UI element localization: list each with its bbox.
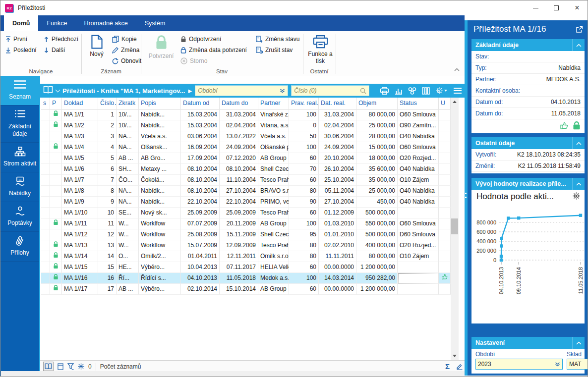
cell-doklad[interactable]: MA 1//4 <box>62 142 98 153</box>
column-header[interactable]: P <box>50 98 62 109</box>
cell-objem[interactable]: 18 000,00 <box>356 153 398 164</box>
table-row[interactable]: MA 1//6 6 SH... Metaxy ... 08.10.2004 08… <box>41 164 451 175</box>
cell-objem[interactable]: 450,00 <box>356 197 398 208</box>
confirm-button[interactable]: Potvrzení <box>149 33 174 69</box>
cell-cislo[interactable]: 1 <box>98 109 117 120</box>
cell-status[interactable] <box>398 208 439 218</box>
collapse-section-button[interactable] <box>573 337 585 349</box>
column-header[interactable]: Číslo3 <box>98 98 117 109</box>
sidebar-item-seznam[interactable]: Seznam <box>0 76 39 106</box>
cell-objem[interactable]: 28 000,00 <box>356 131 398 142</box>
chart-settings-gear-icon[interactable] <box>572 192 581 202</box>
cell-popis[interactable]: Olšansk... <box>139 142 181 153</box>
cell-zkratka[interactable]: W... <box>117 218 139 229</box>
cell-prav-real[interactable]: 80 <box>289 251 319 262</box>
cell-datum-od[interactable]: 03.06.2004 <box>181 131 220 142</box>
cell-prav-real[interactable]: 95 <box>289 229 319 240</box>
cell-zkratka[interactable]: AB ... <box>117 153 139 164</box>
cell-datum-do[interactable]: 25.09.2009 <box>220 208 258 218</box>
cell-cislo[interactable]: 12 <box>98 229 117 240</box>
cell-cislo[interactable]: 7 <box>98 175 117 186</box>
cell-doklad[interactable]: MA 1//14 <box>62 251 98 262</box>
unconfirm-button[interactable]: Odpotvrzení <box>178 34 223 44</box>
cell-partner[interactable]: Shell Czech... <box>258 164 289 175</box>
cell-datum-od[interactable]: 04.10.2013 <box>181 273 220 284</box>
cell-status[interactable]: O40 Nabídka <box>398 164 439 175</box>
scrollbar-thumb[interactable] <box>451 218 458 234</box>
cell-datum-od[interactable]: 25.08.2009 <box>181 229 220 240</box>
scroll-down-button[interactable] <box>451 352 459 360</box>
cell-prav-real[interactable]: 90 <box>289 197 319 208</box>
table-row[interactable]: MA 1//8 8 NA... Nabídk... 08.10.2004 27.… <box>41 186 451 197</box>
column-header[interactable]: U <box>439 98 451 109</box>
cell-prav-real[interactable]: 70 <box>289 164 319 175</box>
cell-zkratka[interactable]: NA... <box>117 142 139 153</box>
cell-status[interactable]: O10 Zájem <box>398 251 439 262</box>
cell-doklad[interactable]: MA 1//15 <box>62 262 98 273</box>
cell-datum-do[interactable]: 13.07.2022 <box>220 131 258 142</box>
cell-prav-real[interactable]: 60 <box>289 208 319 218</box>
cell-doklad[interactable]: MA 1//16 <box>62 273 98 284</box>
previous-button[interactable]: Předchozí <box>42 34 80 44</box>
sum-button[interactable]: Σ <box>445 362 450 371</box>
cell-doklad[interactable]: MA 1//13 <box>62 240 98 251</box>
cell-datum-do[interactable]: 11.05.2018 <box>220 273 258 284</box>
cell-zkratka[interactable]: HE... <box>117 262 139 273</box>
cell-objem[interactable]: 25 000,00 <box>356 120 398 131</box>
cell-prav-real[interactable]: 100 <box>289 142 319 153</box>
cell-datum-od[interactable]: 10.04.2013 <box>181 262 220 273</box>
period-input[interactable] <box>198 87 278 94</box>
frozen-rows-icon[interactable] <box>78 363 84 370</box>
cell-dat-real[interactable]: 11.11.2011 <box>319 251 356 262</box>
cell-cislo[interactable]: 14 <box>98 251 117 262</box>
cell-partner[interactable]: AB Group <box>258 218 289 229</box>
cell-status[interactable]: O90 Zamítn... <box>398 120 439 131</box>
cell-popis[interactable]: Omilk/2... <box>139 251 181 262</box>
cell-zkratka[interactable]: ČO... <box>117 175 139 186</box>
collapse-section-button[interactable] <box>573 137 585 149</box>
revoke-state-button[interactable]: Zrušit stav <box>254 45 294 55</box>
cell-prav-real[interactable]: 50 <box>289 131 319 142</box>
cell-datum-do[interactable]: 07.11.2017 <box>220 262 258 273</box>
cell-dat-real[interactable]: 26.10.2004 <box>319 164 356 175</box>
next-button[interactable]: Další <box>42 45 67 55</box>
cell-datum-od[interactable]: 15.03.2004 <box>181 109 220 120</box>
combo-dropdown-icon[interactable] <box>280 89 285 93</box>
cell-cislo[interactable]: 2 <box>98 120 117 131</box>
table-row[interactable]: MA 1//12 12 W... Worklfow 25.08.2009 15.… <box>41 229 451 240</box>
cell-status[interactable]: O40 Nabídka <box>398 186 439 197</box>
ribbon-tab[interactable]: Systém <box>136 15 174 31</box>
open-in-window-icon[interactable] <box>576 26 583 35</box>
column-header[interactable]: Dat. real. <box>319 98 356 109</box>
cell-objem[interactable]: 25 000,00 <box>356 186 398 197</box>
cell-dat-real[interactable]: 25.10.2004 <box>319 175 356 186</box>
cell-datum-od[interactable]: 25.09.2009 <box>181 208 220 218</box>
cell-zkratka[interactable]: SH... <box>117 164 139 175</box>
cell-datum-od[interactable]: 15.07.2009 <box>181 240 220 251</box>
cell-doklad[interactable]: MA 1//6 <box>62 164 98 175</box>
table-row[interactable]: MA 1//16 16 Ří... Řídící s... 04.10.2013… <box>41 273 451 284</box>
cell-dat-real[interactable]: 02.04.2004 <box>319 120 356 131</box>
cell-datum-od[interactable]: 07.07.2009 <box>181 218 220 229</box>
cell-partner[interactable]: Včela a.s. <box>258 131 289 142</box>
cell-doklad[interactable]: MA 1//17 <box>62 284 98 295</box>
column-header[interactable]: Datum od <box>181 98 220 109</box>
table-row[interactable]: MA 1//14 14 O... Omilk/2... 01.04.2011 1… <box>41 251 451 262</box>
filter-icon[interactable] <box>67 363 74 370</box>
table-row[interactable]: MA 1//5 5 AB ... AB Gro... 17.09.2004 07… <box>41 153 451 164</box>
cell-cislo[interactable]: 6 <box>98 164 117 175</box>
column-header[interactable]: Zkratk <box>117 98 139 109</box>
column-header[interactable]: Partner <box>258 98 289 109</box>
cell-status[interactable] <box>398 284 439 295</box>
cell-dat-real[interactable]: 24.09.2004 <box>319 142 356 153</box>
table-row[interactable]: MA 1//1 1 10/... Nabídk... 15.03.2004 31… <box>41 109 451 120</box>
cell-prav-real[interactable]: 100 <box>289 273 319 284</box>
table-row[interactable]: MA 1//11 11 W... Worklfow 07.07.2009 20.… <box>41 218 451 229</box>
cell-status[interactable]: O60 Smlouva <box>398 142 439 153</box>
ribbon-tab[interactable]: Domů <box>4 15 38 31</box>
table-row[interactable]: MA 1//9 9 NA... Nabídk... 22.10.2004 22.… <box>41 197 451 208</box>
cell-zkratka[interactable]: W... <box>117 229 139 240</box>
cell-objem[interactable]: 500 000,00 <box>356 208 398 218</box>
cell-partner[interactable]: Tesco Praha <box>258 240 289 251</box>
chart-icon[interactable] <box>395 87 403 95</box>
